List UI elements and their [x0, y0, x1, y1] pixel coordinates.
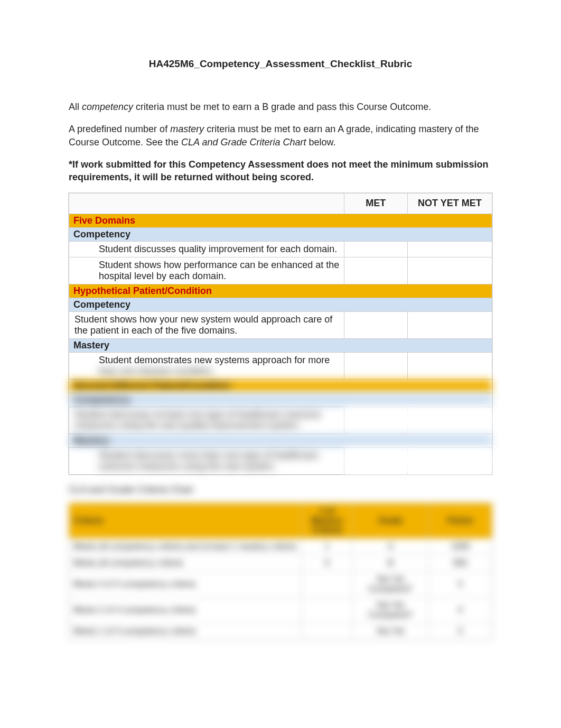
criteria-text: Student discusses at least one type of h… — [74, 409, 340, 431]
not-met-cell — [407, 257, 492, 284]
gc-grade: A — [352, 539, 428, 555]
criteria-cell: Student discusses more than one type of … — [69, 448, 344, 475]
section-title-row: Second Different Patient/Condition — [69, 380, 492, 393]
text: below. — [306, 137, 336, 148]
section-title-row: Five Domains — [69, 214, 492, 228]
text: criteria must be met to earn a B grade a… — [133, 102, 431, 112]
criteria-row: Student demonstrates new systems approac… — [69, 353, 492, 380]
not-met-cell — [407, 312, 492, 339]
submission-note: *If work submitted for this Competency A… — [69, 158, 492, 184]
italic-text: CLA and Grade Criteria Chart — [181, 137, 306, 148]
band-label: Competency — [69, 393, 492, 407]
gc-grade: Not Yet Competent* — [352, 572, 428, 597]
criteria-cell: Student shows how your new system would … — [69, 312, 344, 339]
criteria-row: Student discusses quality improvement fo… — [69, 242, 492, 257]
met-cell — [344, 257, 407, 284]
grade-chart-row: Meets 2 of 4 competency criteriaNot Yet … — [69, 597, 492, 623]
section-title: Hypothetical Patient/Condition — [69, 284, 492, 298]
criteria-row: Student shows how performance can be enh… — [69, 257, 492, 284]
gc-points: 0 — [428, 597, 492, 623]
band-row: Mastery — [69, 434, 492, 448]
gc-mastery: 1 — [302, 539, 352, 555]
not-met-cell — [407, 242, 492, 257]
criteria-text: Student demonstrates new systems approac… — [74, 355, 340, 377]
met-cell — [344, 312, 407, 339]
gc-grade: B — [352, 555, 428, 572]
met-cell — [344, 242, 407, 257]
header-criteria — [69, 193, 344, 214]
criteria-row: Student discusses more than one type of … — [69, 448, 492, 475]
rubric-header-row: MET NOT YET MET — [69, 193, 492, 214]
grade-chart-row: Meets 1 of 4 competency criteriaNot Yet0 — [69, 623, 492, 640]
band-row: Competency — [69, 298, 492, 312]
gc-points: 1000 — [428, 539, 492, 555]
intro-block: All competency criteria must be met to e… — [69, 100, 492, 183]
met-cell — [344, 407, 407, 434]
italic-text: competency — [82, 102, 133, 112]
header-not-yet-met: NOT YET MET — [407, 193, 492, 214]
met-cell — [344, 353, 407, 380]
gc-header-grade: Grade — [352, 503, 428, 539]
gc-header-points: Points — [428, 503, 492, 539]
gc-mastery — [302, 623, 352, 640]
met-cell — [344, 448, 407, 475]
document-page: HA425M6_Competency_Assessment_Checklist_… — [0, 0, 561, 728]
criteria-text: Student shows how performance can be enh… — [74, 260, 340, 282]
gc-criteria: Meets 2 of 4 competency criteria — [69, 597, 302, 623]
grade-chart-table: Criteria # of Mastery Criteria Grade Poi… — [69, 503, 492, 640]
band-row: Competency — [69, 228, 492, 242]
rubric-table: MET NOT YET MET Five DomainsCompetencySt… — [69, 193, 492, 475]
intro-paragraph-1: All competency criteria must be met to e… — [69, 100, 492, 113]
section-title-row: Hypothetical Patient/Condition — [69, 284, 492, 298]
criteria-cell: Student discusses at least one type of h… — [69, 407, 344, 434]
criteria-row: Student discusses at least one type of h… — [69, 407, 492, 434]
criteria-text: Student discusses quality improvement fo… — [74, 244, 340, 255]
gc-mastery — [302, 597, 352, 623]
header-met: MET — [344, 193, 407, 214]
gc-criteria: Meets all competency criteria and at lea… — [69, 539, 302, 555]
not-met-cell — [407, 407, 492, 434]
band-row: Competency — [69, 393, 492, 407]
text: A predefined number of — [69, 124, 170, 134]
criteria-cell: Student shows how performance can be enh… — [69, 257, 344, 284]
gc-criteria: Meets all competency criteria — [69, 555, 302, 572]
gc-mastery: 0 — [302, 555, 352, 572]
criteria-row: Student shows how your new system would … — [69, 312, 492, 339]
gc-grade: Not Yet — [352, 623, 428, 640]
intro-paragraph-2: A predefined number of mastery criteria … — [69, 123, 492, 149]
grade-chart-row: Meets 3 of 4 competency criteriaNot Yet … — [69, 572, 492, 597]
not-met-cell — [407, 353, 492, 380]
criteria-cell: Student discusses quality improvement fo… — [69, 242, 344, 257]
text: All — [69, 102, 82, 112]
gc-criteria: Meets 3 of 4 competency criteria — [69, 572, 302, 597]
gc-header-mastery: # of Mastery Criteria — [302, 503, 352, 539]
gc-criteria: Meets 1 of 4 competency criteria — [69, 623, 302, 640]
gc-points: 0 — [428, 623, 492, 640]
grade-chart-row: Meets all competency criteria and at lea… — [69, 539, 492, 555]
section-title: Second Different Patient/Condition — [69, 380, 492, 393]
gc-header-criteria: Criteria — [69, 503, 302, 539]
document-title: HA425M6_Competency_Assessment_Checklist_… — [69, 58, 492, 70]
criteria-text: Student discusses more than one type of … — [74, 450, 340, 472]
not-met-cell — [407, 448, 492, 475]
section-title: Five Domains — [69, 214, 492, 228]
grade-chart-header-row: Criteria # of Mastery Criteria Grade Poi… — [69, 503, 492, 539]
band-label: Competency — [69, 228, 492, 242]
band-label: Mastery — [69, 339, 492, 353]
gc-points: 0 — [428, 572, 492, 597]
criteria-cell: Student demonstrates new systems approac… — [69, 353, 344, 380]
gc-grade: Not Yet Competent* — [352, 597, 428, 623]
grade-chart-caption: CLA and Grade Criteria Chart — [69, 484, 492, 495]
band-label: Mastery — [69, 434, 492, 448]
band-row: Mastery — [69, 339, 492, 353]
gc-mastery — [302, 572, 352, 597]
gc-points: 850 — [428, 555, 492, 572]
italic-text: mastery — [170, 124, 204, 134]
criteria-text: Student shows how your new system would … — [74, 314, 340, 336]
band-label: Competency — [69, 298, 492, 312]
grade-chart-row: Meets all competency criteria0B850 — [69, 555, 492, 572]
